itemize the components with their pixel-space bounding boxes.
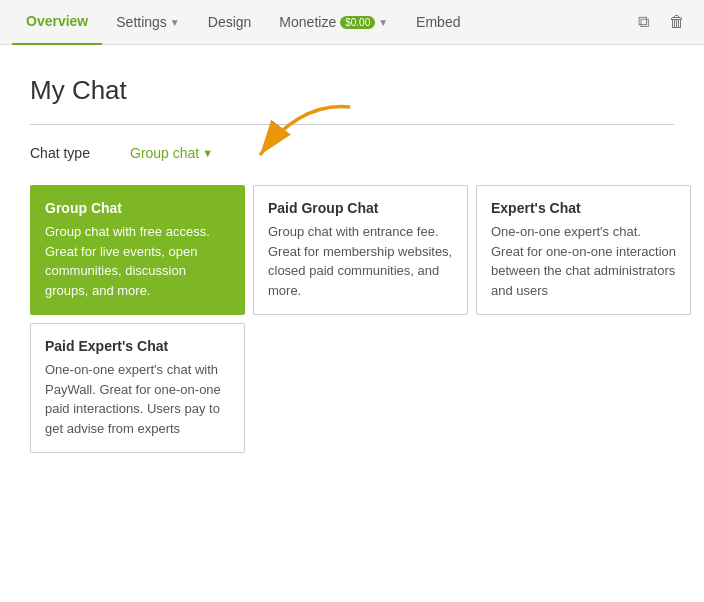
nav-item-embed[interactable]: Embed xyxy=(402,0,474,45)
nav-item-monetize[interactable]: Monetize $0.00 ▼ xyxy=(265,0,402,45)
nav-label-settings: Settings xyxy=(116,14,167,30)
card-experts-chat[interactable]: Expert's Chat One-on-one expert's chat. … xyxy=(476,185,691,315)
top-navigation: Overview Settings ▼ Design Monetize $0.0… xyxy=(0,0,704,45)
monetize-dropdown-arrow: ▼ xyxy=(378,17,388,28)
copy-icon: ⧉ xyxy=(638,13,649,31)
copy-button[interactable]: ⧉ xyxy=(628,7,658,37)
card-group-chat-desc: Group chat with free access. Great for l… xyxy=(45,222,230,300)
nav-item-settings[interactable]: Settings ▼ xyxy=(102,0,194,45)
page-title: My Chat xyxy=(30,75,674,106)
card-experts-chat-desc: One-on-one expert's chat. Great for one-… xyxy=(491,222,676,300)
card-paid-group-chat-title: Paid Group Chat xyxy=(268,200,453,216)
nav-label-embed: Embed xyxy=(416,14,460,30)
card-paid-group-chat[interactable]: Paid Group Chat Group chat with entrance… xyxy=(253,185,468,315)
nav-item-design[interactable]: Design xyxy=(194,0,266,45)
nav-label-monetize: Monetize xyxy=(279,14,336,30)
grid-empty-slot-2 xyxy=(253,323,468,453)
chat-type-row: Chat type Group chat ▼ xyxy=(30,145,674,161)
monetize-badge: $0.00 xyxy=(340,16,375,29)
nav-item-overview[interactable]: Overview xyxy=(12,0,102,45)
nav-label-design: Design xyxy=(208,14,252,30)
trash-icon: 🗑 xyxy=(669,13,685,31)
chat-type-label: Chat type xyxy=(30,145,130,161)
chat-type-cards-grid: Group Chat Group chat with free access. … xyxy=(30,185,674,453)
main-content: My Chat Chat type Group chat ▼ Group Cha… xyxy=(0,45,704,473)
card-paid-experts-chat-title: Paid Expert's Chat xyxy=(45,338,230,354)
chat-type-dropdown[interactable]: Group chat ▼ xyxy=(130,145,213,161)
arrow-annotation xyxy=(220,97,380,177)
chat-type-value: Group chat xyxy=(130,145,199,161)
nav-label-overview: Overview xyxy=(26,13,88,29)
card-group-chat[interactable]: Group Chat Group chat with free access. … xyxy=(30,185,245,315)
grid-empty-slot-3 xyxy=(476,323,691,453)
card-paid-group-chat-desc: Group chat with entrance fee. Great for … xyxy=(268,222,453,300)
settings-dropdown-arrow: ▼ xyxy=(170,17,180,28)
card-paid-experts-chat-desc: One-on-one expert's chat with PayWall. G… xyxy=(45,360,230,438)
section-divider xyxy=(30,124,674,125)
card-group-chat-title: Group Chat xyxy=(45,200,230,216)
card-experts-chat-title: Expert's Chat xyxy=(491,200,676,216)
card-paid-experts-chat[interactable]: Paid Expert's Chat One-on-one expert's c… xyxy=(30,323,245,453)
chat-type-dropdown-arrow: ▼ xyxy=(202,147,213,159)
delete-button[interactable]: 🗑 xyxy=(662,7,692,37)
